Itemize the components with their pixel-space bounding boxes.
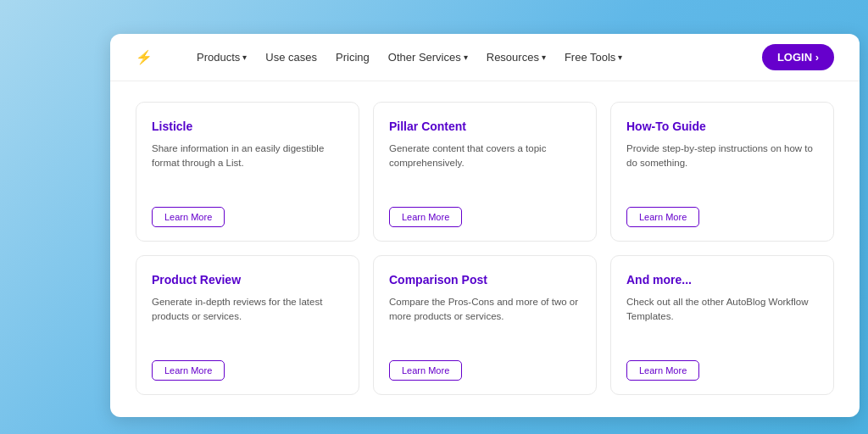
card-desc-0: Share information in an easily digestibl…: [152, 142, 343, 195]
card-title-2: How-To Guide: [626, 120, 818, 133]
card-title-4: Comparison Post: [389, 273, 581, 287]
nav-items: Products ▾ Use cases Pricing Other Servi…: [197, 51, 738, 64]
card-desc-4: Compare the Pros-Cons and more of two or…: [389, 295, 581, 348]
content: Listicle Share information in an easily …: [110, 81, 860, 415]
card-desc-1: Generate content that covers a topic com…: [389, 142, 581, 195]
card-desc-2: Provide step-by-step instructions on how…: [626, 142, 818, 195]
logo: ⚡: [136, 49, 159, 65]
card-0: Listicle Share information in an easily …: [136, 102, 359, 242]
nav-other-services[interactable]: Other Services ▾: [388, 51, 468, 64]
logo-icon: ⚡: [136, 49, 153, 65]
main-container: ⚡ Products ▾ Use cases Pricing Other Ser…: [110, 34, 860, 417]
card-5: And more... Check out all the other Auto…: [610, 255, 834, 395]
card-title-0: Listicle: [152, 120, 343, 133]
nav-use-cases[interactable]: Use cases: [265, 51, 317, 64]
learn-more-button-0[interactable]: Learn More: [152, 207, 225, 227]
nav-resources[interactable]: Resources ▾: [487, 51, 546, 64]
learn-more-button-3[interactable]: Learn More: [152, 360, 225, 381]
learn-more-button-4[interactable]: Learn More: [389, 360, 462, 381]
card-desc-5: Check out all the other AutoBlog Workflo…: [626, 295, 818, 348]
card-3: Product Review Generate in-depth reviews…: [136, 255, 359, 395]
learn-more-button-1[interactable]: Learn More: [389, 207, 462, 227]
card-2: How-To Guide Provide step-by-step instru…: [610, 102, 834, 242]
nav-products[interactable]: Products ▾: [197, 51, 247, 64]
cards-grid: Listicle Share information in an easily …: [136, 102, 834, 395]
card-4: Comparison Post Compare the Pros-Cons an…: [373, 255, 597, 395]
nav-free-tools[interactable]: Free Tools ▾: [565, 51, 622, 64]
card-title-3: Product Review: [152, 273, 343, 287]
card-desc-3: Generate in-depth reviews for the latest…: [152, 295, 343, 348]
nav-pricing[interactable]: Pricing: [336, 51, 370, 64]
login-button[interactable]: LOGIN ›: [762, 44, 834, 70]
card-title-1: Pillar Content: [389, 120, 581, 133]
card-title-5: And more...: [626, 273, 818, 287]
card-1: Pillar Content Generate content that cov…: [373, 102, 597, 242]
navbar: ⚡ Products ▾ Use cases Pricing Other Ser…: [110, 34, 860, 81]
learn-more-button-2[interactable]: Learn More: [626, 207, 699, 227]
learn-more-button-5[interactable]: Learn More: [626, 360, 699, 381]
